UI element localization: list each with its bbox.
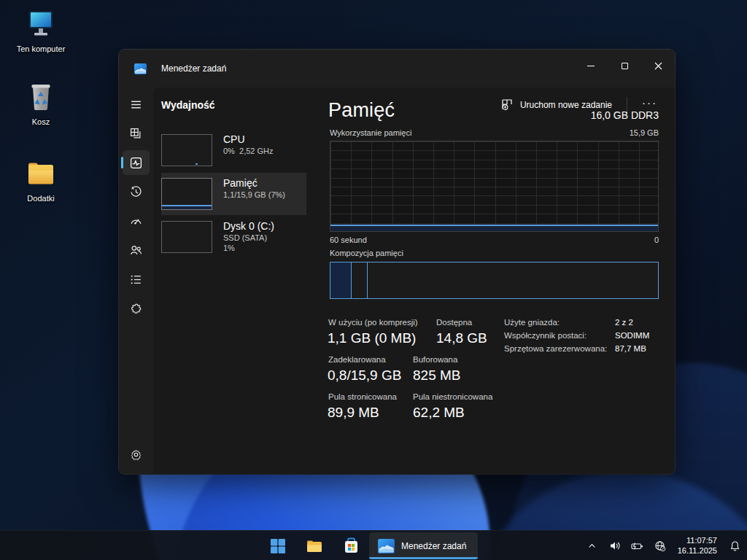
- nav-item-users[interactable]: [119, 236, 153, 265]
- minimize-button[interactable]: [574, 50, 608, 82]
- perf-item-detail: SSD (SATA): [223, 233, 274, 242]
- memory-thumbnail-graph: [161, 178, 212, 210]
- nav-item-services[interactable]: [119, 294, 153, 323]
- memory-composition-bar: [330, 262, 659, 299]
- active-task-indicator: [369, 557, 478, 559]
- memory-mini-line: [162, 205, 212, 209]
- network-button[interactable]: [652, 537, 668, 556]
- taskbar-active-task[interactable]: Menedżer zadań: [369, 532, 478, 559]
- nav-item-processes[interactable]: [119, 119, 153, 148]
- desktop-icon-recycle-bin[interactable]: Kosz: [6, 79, 76, 126]
- desktop-icon-this-pc[interactable]: Ten komputer: [6, 6, 76, 53]
- navigation-rail: [119, 88, 153, 474]
- clock-date: 16.11.2025: [678, 546, 717, 556]
- stat-label: Dostępna: [436, 318, 472, 327]
- perf-item-detail: 1,1/15,9 GB (7%): [223, 190, 285, 199]
- bell-icon: [729, 540, 740, 552]
- nav-item-details[interactable]: [119, 265, 153, 294]
- desktop-screen: Ten komputer Kosz: [0, 0, 747, 560]
- perf-item-name: Pamięć: [223, 177, 285, 189]
- nav-menu-button[interactable]: [119, 90, 153, 119]
- hw-value: 2 z 2: [615, 318, 633, 327]
- stat-value: 62,2 MB: [413, 405, 465, 421]
- perf-item-name: CPU: [223, 133, 273, 145]
- memory-capacity: 16,0 GB DDR3: [591, 109, 659, 121]
- task-manager-app-icon: [134, 63, 147, 74]
- memory-usage-graph: [330, 141, 659, 232]
- system-tray: 11:07:57 16.11.2025: [584, 531, 743, 560]
- hamburger-icon: [130, 98, 142, 111]
- clock-time: 11:07:57: [678, 536, 717, 546]
- content-panel: Wydajność Uruchom nowe zadanie ···: [153, 88, 675, 474]
- cpu-usage-dot: [196, 163, 198, 165]
- window-controls: [574, 50, 675, 82]
- microsoft-store-button[interactable]: [337, 534, 365, 559]
- file-explorer-button[interactable]: [301, 534, 328, 559]
- perf-item-detail: 0% 2,52 GHz: [223, 147, 273, 155]
- battery-button[interactable]: [630, 537, 646, 556]
- time-axis-label: 60 sekund: [330, 236, 367, 244]
- users-icon: [130, 244, 142, 257]
- chevron-up-icon: [587, 541, 597, 551]
- maximize-button[interactable]: [608, 50, 641, 82]
- minimize-icon: [587, 66, 595, 66]
- hw-label: Współczynnik postaci:: [504, 331, 587, 340]
- close-button[interactable]: [641, 50, 675, 82]
- nav-item-app-history[interactable]: [119, 177, 153, 206]
- windows-logo-icon: [269, 537, 287, 555]
- history-clock-icon: [130, 186, 142, 198]
- memory-scale-max: 15,9 GB: [630, 128, 659, 137]
- memory-usage-line: [330, 225, 658, 231]
- nav-item-settings[interactable]: [119, 440, 153, 469]
- desktop-icon-dodatki[interactable]: Dodatki: [6, 155, 76, 203]
- stat-value: 89,9 MB: [328, 405, 379, 421]
- stat-label: Pula stronicowana: [328, 392, 397, 401]
- tray-overflow-button[interactable]: [584, 537, 600, 556]
- hw-value: SODIMM: [615, 331, 649, 340]
- composition-modified-segment: [352, 262, 368, 298]
- battery-icon: [631, 541, 643, 551]
- hw-label: Sprzętowa zarezerwowana:: [504, 344, 607, 353]
- perf-list-item-disk[interactable]: Dysk 0 (C:) SSD (SATA) 1%: [161, 216, 306, 264]
- stat-value: 0,8/15,9 GB: [328, 368, 401, 384]
- recycle-bin-icon: [23, 79, 58, 114]
- task-manager-icon: [378, 539, 395, 553]
- run-new-task-label: Uruchom nowe zadanie: [520, 100, 612, 110]
- perf-item-detail2: 1%: [223, 244, 274, 252]
- volume-button[interactable]: [607, 537, 623, 556]
- hw-value: 87,7 MB: [615, 344, 646, 353]
- stat-value: 825 MB: [413, 368, 460, 384]
- nav-item-startup-apps[interactable]: [119, 206, 153, 236]
- taskbar-clock[interactable]: 11:07:57 16.11.2025: [675, 534, 720, 557]
- details-list-icon: [130, 273, 142, 286]
- cpu-thumbnail-graph: [161, 134, 212, 166]
- globe-no-internet-icon: [654, 540, 666, 552]
- time-axis-zero: 0: [654, 236, 659, 244]
- task-manager-window: Menedżer zadań: [119, 50, 675, 474]
- stat-label: Buforowana: [413, 355, 457, 364]
- taskbar-task-label: Menedżer zadań: [401, 541, 466, 551]
- perf-list-item-cpu[interactable]: CPU 0% 2,52 GHz: [161, 129, 306, 172]
- window-title: Menedżer zadań: [161, 63, 226, 74]
- stat-label: Zadeklarowana: [328, 355, 386, 364]
- taskbar: Menedżer zadań: [0, 530, 747, 560]
- computer-icon: [23, 6, 58, 41]
- processes-icon: [130, 128, 142, 140]
- memory-pane-title: Pamięć: [328, 99, 395, 122]
- new-task-icon: [501, 98, 514, 111]
- desktop-icon-label: Dodatki: [27, 194, 54, 203]
- memory-usage-chart-label: Wykorzystanie pamięci: [330, 128, 411, 137]
- start-button[interactable]: [264, 534, 292, 559]
- stat-label: Pula niestronicowana: [413, 392, 492, 401]
- nav-item-performance[interactable]: [119, 148, 153, 177]
- notifications-button[interactable]: [727, 537, 743, 556]
- perf-list-item-memory[interactable]: Pamięć 1,1/15,9 GB (7%): [161, 173, 306, 215]
- desktop-icon-label: Kosz: [32, 117, 50, 126]
- memory-composition-label: Kompozycja pamięci: [330, 249, 403, 257]
- perf-item-name: Dysk 0 (C:): [223, 220, 274, 232]
- microsoft-store-icon: [342, 537, 360, 555]
- file-explorer-icon: [305, 537, 324, 556]
- disk-thumbnail-graph: [161, 221, 212, 253]
- page-title: Wydajność: [161, 99, 215, 111]
- maximize-icon: [622, 63, 628, 69]
